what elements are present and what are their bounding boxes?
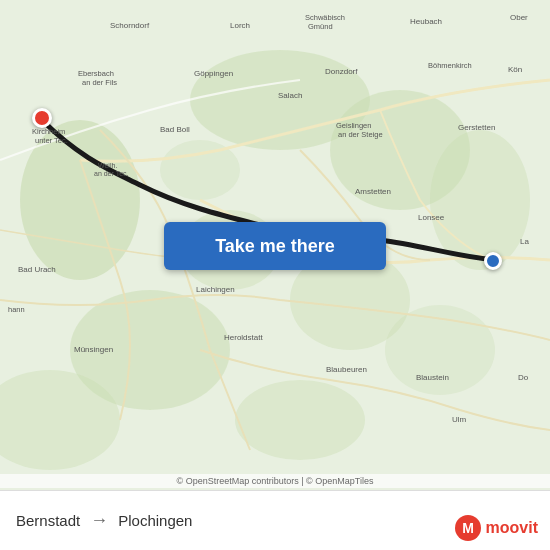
svg-text:Gerstetten: Gerstetten — [458, 123, 495, 132]
svg-text:Blaubeuren: Blaubeuren — [326, 365, 367, 374]
svg-text:Gmünd: Gmünd — [308, 22, 333, 31]
svg-text:M: M — [462, 520, 474, 536]
svg-text:Lonsee: Lonsee — [418, 213, 445, 222]
svg-text:Bad Urach: Bad Urach — [18, 265, 56, 274]
svg-text:Salach: Salach — [278, 91, 302, 100]
svg-text:Schorndorf: Schorndorf — [110, 21, 150, 30]
bottom-bar: Bernstadt → Plochingen M moovit — [0, 490, 550, 550]
svg-text:La: La — [520, 237, 529, 246]
moovit-text: moovit — [486, 519, 538, 537]
map-attribution: © OpenStreetMap contributors | © OpenMap… — [0, 474, 550, 488]
take-me-there-button[interactable]: Take me there — [164, 222, 386, 270]
svg-text:Heubach: Heubach — [410, 17, 442, 26]
svg-text:Schwäbisch: Schwäbisch — [305, 13, 345, 22]
svg-text:unter Tec.: unter Tec. — [35, 136, 68, 145]
svg-text:Geislingen: Geislingen — [336, 121, 371, 130]
svg-text:Ober: Ober — [510, 13, 528, 22]
destination-pin — [484, 252, 502, 270]
svg-text:Bad Boll: Bad Boll — [160, 125, 190, 134]
origin-pin — [32, 108, 52, 128]
svg-point-6 — [430, 130, 530, 270]
route-to-label: Plochingen — [118, 512, 192, 529]
svg-text:an der Steige: an der Steige — [338, 130, 383, 139]
svg-text:Kirchheim: Kirchheim — [32, 127, 65, 136]
svg-text:Kön: Kön — [508, 65, 522, 74]
moovit-logo: M moovit — [454, 514, 538, 542]
route-arrow-icon: → — [90, 510, 108, 531]
svg-text:Laichingen: Laichingen — [196, 285, 235, 294]
svg-text:Böhmenkirch: Böhmenkirch — [428, 61, 472, 70]
svg-text:hann: hann — [8, 305, 25, 314]
svg-point-10 — [235, 380, 365, 460]
svg-text:Lorch: Lorch — [230, 21, 250, 30]
svg-text:an der Tec.: an der Tec. — [94, 170, 129, 177]
route-from-label: Bernstadt — [16, 512, 80, 529]
svg-text:Heroldstatt: Heroldstatt — [224, 333, 263, 342]
svg-text:Do: Do — [518, 373, 529, 382]
svg-text:Göppingen: Göppingen — [194, 69, 233, 78]
map-container: Schorndorf Lorch Schwäbisch Gmünd Heubac… — [0, 0, 550, 490]
svg-text:Donzdorf: Donzdorf — [325, 67, 358, 76]
svg-text:Blaustein: Blaustein — [416, 373, 449, 382]
svg-text:Ulm: Ulm — [452, 415, 467, 424]
moovit-icon: M — [454, 514, 482, 542]
svg-text:Münsingen: Münsingen — [74, 345, 113, 354]
svg-text:an der Fils: an der Fils — [82, 78, 117, 87]
svg-text:Ebersbach: Ebersbach — [78, 69, 114, 78]
svg-text:Weilh.: Weilh. — [98, 162, 117, 169]
svg-text:Amstetten: Amstetten — [355, 187, 391, 196]
